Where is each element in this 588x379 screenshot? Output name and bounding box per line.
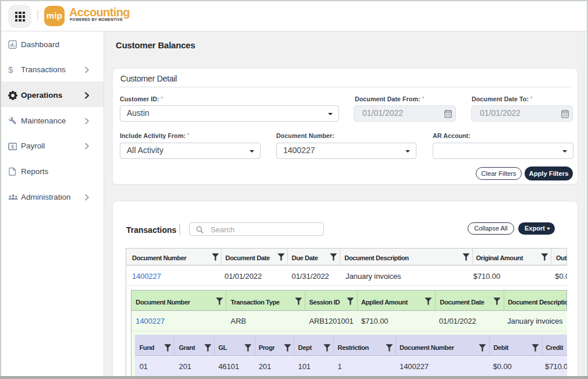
svg-text:$: $	[11, 143, 14, 149]
